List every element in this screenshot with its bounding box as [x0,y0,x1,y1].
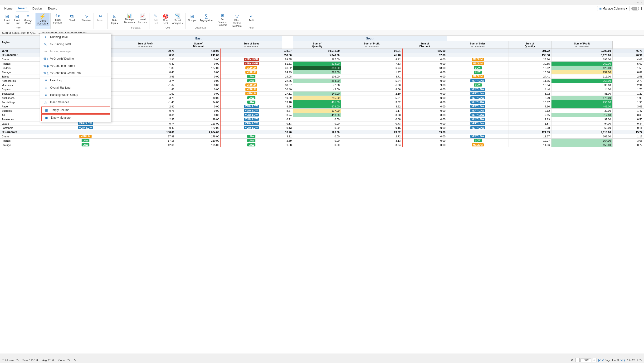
dropdown-item-lead-lag[interactable]: ↗ Lead/Lag [40,77,111,84]
insert-forecast-button[interactable]: 📈 InsertForecast [137,13,149,25]
set-version-compare-button[interactable]: ⊞ SetVersionCompare [216,13,229,27]
manage-measures-icon: 📊 [127,14,132,17]
table-row: Storage LOW 12.66 195.00 LOW 1.08 0.00 3… [0,143,644,147]
dropdown-item-growth-decline[interactable]: %↕ % Growth/ Decline [40,55,111,62]
dropdown-item-overall-ranking[interactable]: ≡ Overall Ranking [40,84,111,91]
simulate-icon: ∿ [84,14,88,18]
smart-analysis-label: SmartAnalysis ▾ [172,19,183,25]
aggregation-button[interactable]: ∑ Aggregation [198,13,214,23]
invert-row-button[interactable]: ⊟ InvertRow [12,13,22,26]
insert-formula-button[interactable]: fx InsertFormula [52,13,64,25]
audit-group-label: Audit [245,26,258,29]
manage-measures-button[interactable]: 📊 ManageMeasures [123,13,136,25]
menu-design[interactable]: Design [30,6,44,11]
ribbon-group-row: ⊞ InsertRow ⊟ InvertRow ≡ ManageRows Row [2,13,35,29]
formula-text1: Sum of Sales, Sum of Qu... [2,31,36,34]
group-button[interactable]: ⊞ Group ▾ [186,13,198,23]
insert-formula-icon: fx [55,14,60,18]
moving-avg-icon: ∿ [44,49,48,53]
col-profit-east: Sum of Profitin Thousands [115,41,176,49]
dropdown-item-moving-avg[interactable]: ∿ Moving Average [40,48,111,55]
growth-decline-icon: %↕ [44,57,48,61]
dropdown-item-contrib-parent[interactable]: %◉ % Contrib to Parent [40,62,111,69]
ribbon-group-cell: ✎ EditCell 🎯 GoalSeek 📉 SmartAnalysis ▾ … [150,13,186,29]
data-input-icon: ⊡ [113,14,117,18]
ribbon-group-forecast: 📊 ManageMeasures 📈 InsertForecast Foreca… [122,13,150,29]
manage-measures-label: ManageMeasures [124,18,135,24]
ribbon-group-quick-formula: ⚡ QuickFormula ▾ [35,13,50,29]
dropdown-item-empty-column[interactable]: ▦ Empty Column [41,106,110,114]
contrib-parent-label: % Contrib to Parent [50,64,75,67]
ribbon: ⊞ InsertRow ⊟ InvertRow ≡ ManageRows Row… [0,12,644,30]
menu-insert[interactable]: Insert [16,5,29,11]
table-row: ⊟ Corporate 158.00 2,604.00 18.70 126.00… [0,130,644,134]
cell-group-label: Cell [151,26,184,29]
col-group-east: East [115,36,282,41]
overall-ranking-icon: ≡ [44,86,48,90]
col-discount-south: Sum ofDiscount [402,41,447,49]
dropdown-item-pct-running-total[interactable]: % % Running Total [40,41,111,48]
empty-column-icon: ▦ [44,108,48,112]
manage-columns-button[interactable]: ⊞ Manage Columns ▾ [597,6,630,11]
col-qty-east: Sum ofQuantity [293,41,341,49]
maximize-icon[interactable]: □ [637,1,639,4]
toggle-button[interactable]: OFF [632,7,639,10]
invert-row-icon: ⊟ [15,14,19,18]
info-icon[interactable]: ℹ [641,7,642,10]
data-input-button[interactable]: ⊡ DataInput ▾ [110,13,120,26]
smart-analysis-button[interactable]: 📉 SmartAnalysis ▾ [171,13,184,26]
blend-label: Blend [69,19,75,22]
col-sales-south: Sum of Salesin Thousands [447,41,508,49]
dropdown-item-contrib-grand[interactable]: %∑ % Contrib to Grand Total [40,69,111,76]
edit-cell-button[interactable]: ✎ EditCell [151,13,160,26]
quick-formula-button[interactable]: ⚡ QuickFormula ▾ [36,13,49,26]
manage-rows-button[interactable]: ≡ ManageRows [22,13,34,26]
insert-row-label: InsertRow [4,19,10,25]
close-icon[interactable]: ✕ [640,1,642,4]
forecast-group-label: Forecast [123,26,149,29]
table-row: Labels VERY LOW 0.74 123.00 VERY LOW 0.3… [0,121,644,126]
simulate-button[interactable]: ∿ Simulate [80,13,92,23]
pct-running-total-label: % Running Total [50,42,71,46]
ranking-group-icon: ≡ [44,93,48,97]
insert-row-button[interactable]: ⊞ InsertRow [2,13,12,26]
col-qty-south: Sum ofQuantity [508,41,551,49]
ribbon-group-data-input: ⊡ DataInput ▾ [108,13,122,29]
ribbon-group-customize: ⊞ Group ▾ ∑ Aggregation Customize [186,13,215,29]
filter-context-icon: ▽ [235,14,239,18]
dropdown-item-insert-variance[interactable]: △ Insert Variance [40,99,111,106]
ribbon-group-insert-formula: fx InsertFormula [51,13,65,29]
ribbon-group-blend: ⧉ Blend [65,13,79,29]
col-profit-south2: Sum of Profitin Thousands [551,41,612,49]
invert-button[interactable]: ↩ Invert [96,13,105,23]
dropdown-item-running-total[interactable]: Σ Running Total [40,33,111,41]
col-group-south: South [293,36,447,41]
contrib-grand-label: % Contrib to Grand Total [50,71,81,75]
menu-export[interactable]: Export [46,6,59,11]
insert-row-icon: ⊞ [5,14,9,18]
group-label: Group ▾ [188,19,196,22]
audit-icon: ✓ [250,14,254,18]
filter-context-measure-button[interactable]: ▽ FilterContextMeasure [231,13,243,28]
moving-avg-label: Moving Average [50,50,71,53]
edit-cell-label: EditCell [154,19,158,25]
overall-ranking-label: Overall Ranking [50,86,70,89]
audit-button[interactable]: ✓ Audit [246,13,256,23]
quick-formula-dropdown: Σ Running Total % % Running Total ∿ Movi… [40,33,111,122]
pct-running-total-icon: % [44,42,48,46]
dropdown-item-ranking-group[interactable]: ≡ Ranking Within Group [40,91,111,98]
quick-formula-icon: ⚡ [40,14,46,19]
minimize-icon[interactable]: — [634,1,636,4]
dropdown-item-empty-measure[interactable]: ▣ Empty Measure [41,114,110,121]
blend-icon: ⧉ [70,14,74,18]
invert-icon: ↩ [98,14,102,18]
blend-button[interactable]: ⧉ Blend [67,13,76,23]
lead-lag-icon: ↗ [44,78,48,82]
audit-label: Audit [249,19,254,22]
goal-seek-button[interactable]: 🎯 GoalSeek [161,13,170,26]
set-version-label: SetVersionCompare [218,18,227,27]
menu-home[interactable]: Home [2,6,15,11]
ribbon-group-filter-context: ▽ FilterContextMeasure [230,13,244,29]
invert-row-label: InvertRow [14,19,20,25]
col-profit-south: Sum of Profitin Thousands [341,41,402,49]
